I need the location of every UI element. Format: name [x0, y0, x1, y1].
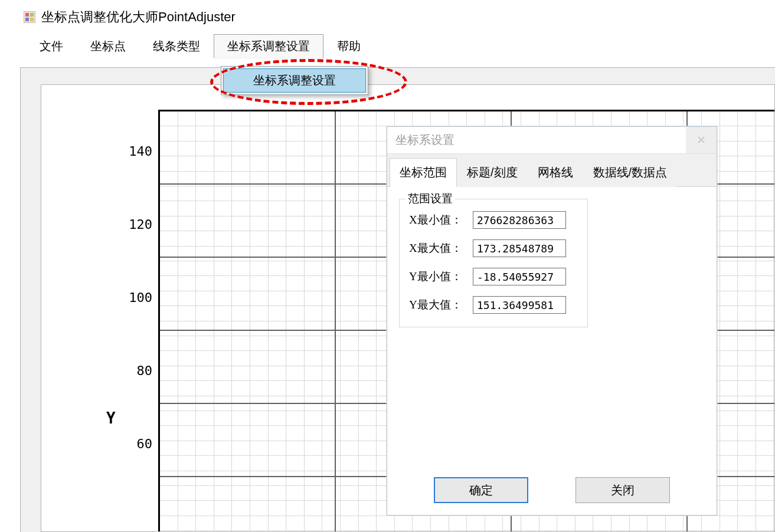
- range-groupbox: 范围设置 X最小值： X最大值： Y最小值： Y最大值：: [399, 199, 588, 327]
- menu-dropdown: 坐标系调整设置: [221, 66, 368, 95]
- svg-rect-1: [25, 13, 29, 17]
- menubar: 文件 坐标点 线条类型 坐标系调整设置 帮助: [0, 31, 775, 62]
- row-xmin: X最小值：: [409, 211, 578, 229]
- row-xmax: X最大值：: [409, 239, 578, 257]
- dialog-buttons: 确定 关闭: [387, 469, 717, 515]
- row-ymin: Y最小值：: [409, 268, 578, 285]
- titlebar: 坐标点调整优化大师PointAdjuster: [0, 0, 775, 31]
- tab-range[interactable]: 坐标范围: [390, 158, 457, 187]
- svg-rect-2: [30, 13, 34, 17]
- range-group-title: 范围设置: [406, 191, 455, 206]
- y-axis-label: Y: [106, 409, 116, 427]
- input-xmin[interactable]: [473, 211, 566, 229]
- tab-gridlines[interactable]: 网格线: [528, 158, 583, 187]
- tab-content-range: 范围设置 X最小值： X最大值： Y最小值： Y最大值：: [387, 187, 717, 469]
- input-ymin[interactable]: [473, 268, 566, 285]
- svg-rect-3: [25, 18, 29, 21]
- app-title: 坐标点调整优化大师PointAdjuster: [41, 8, 236, 26]
- label-ymin: Y最小值：: [409, 269, 468, 284]
- label-xmax: X最大值：: [409, 241, 468, 256]
- y-tick-120: 120: [123, 217, 152, 232]
- menu-file[interactable]: 文件: [26, 34, 77, 58]
- menu-help[interactable]: 帮助: [323, 34, 374, 58]
- y-tick-60: 60: [123, 436, 152, 451]
- dialog-close-button: [686, 127, 717, 153]
- close-icon: [698, 135, 705, 146]
- dialog-tabs: 坐标范围 标题/刻度 网格线 数据线/数据点: [387, 154, 717, 187]
- dialog-titlebar[interactable]: 坐标系设置: [387, 127, 717, 154]
- dialog-body: 坐标范围 标题/刻度 网格线 数据线/数据点 范围设置 X最小值： X最大值： …: [387, 154, 717, 515]
- input-ymax[interactable]: [473, 296, 566, 314]
- label-ymax: Y最大值：: [409, 297, 468, 313]
- close-button[interactable]: 关闭: [575, 477, 670, 503]
- menu-coord-settings[interactable]: 坐标系调整设置: [214, 34, 323, 58]
- svg-rect-4: [30, 18, 34, 21]
- ok-button[interactable]: 确定: [434, 477, 528, 503]
- y-tick-140: 140: [123, 144, 152, 159]
- app-icon: [24, 11, 35, 23]
- menu-points[interactable]: 坐标点: [77, 34, 139, 58]
- input-xmax[interactable]: [473, 239, 566, 257]
- y-tick-100: 100: [123, 290, 152, 305]
- dialog-title: 坐标系设置: [395, 132, 454, 148]
- tab-title-scale[interactable]: 标题/刻度: [457, 158, 528, 187]
- menu-linetype[interactable]: 线条类型: [139, 34, 214, 58]
- coord-settings-dialog: 坐标系设置 坐标范围 标题/刻度 网格线 数据线/数据点 范围设置 X最小值： …: [387, 126, 717, 515]
- row-ymax: Y最大值：: [409, 296, 578, 314]
- label-xmin: X最小值：: [409, 212, 468, 228]
- tab-dataline[interactable]: 数据线/数据点: [583, 158, 678, 187]
- dropdown-coord-settings[interactable]: 坐标系调整设置: [223, 68, 366, 93]
- y-tick-80: 80: [123, 363, 152, 378]
